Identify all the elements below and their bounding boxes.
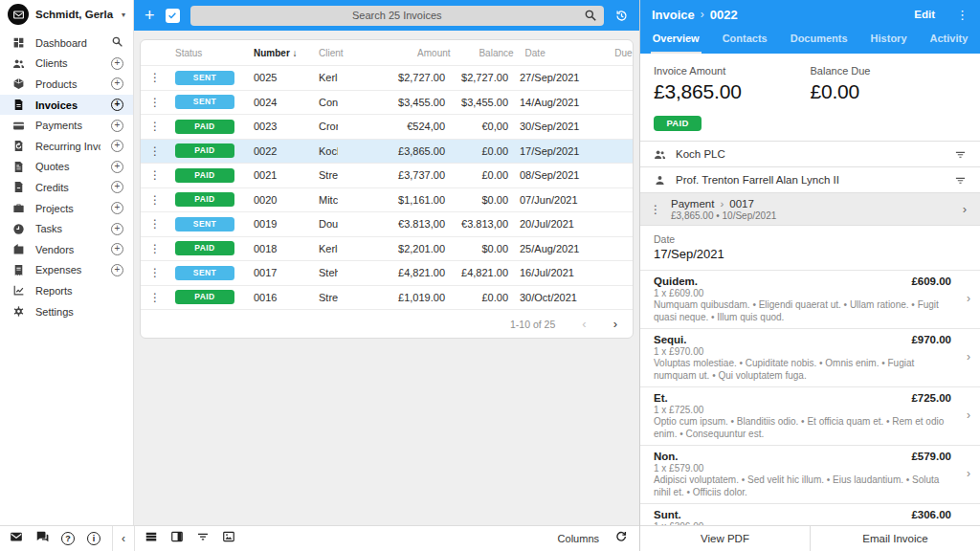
columns-button[interactable]: Columns bbox=[558, 533, 599, 544]
quick-add-icon[interactable]: + bbox=[111, 161, 123, 173]
row-menu-icon[interactable]: ⋮ bbox=[141, 168, 169, 182]
tab-history[interactable]: History bbox=[869, 29, 909, 54]
invoice-row-0017[interactable]: ⋮SENT0017Stehr, Murphy and Bahringer£4,8… bbox=[141, 260, 633, 285]
invoice-date: 08/Sep/2021 bbox=[514, 169, 604, 181]
payment-row[interactable]: ⋮ Payment › 0017 £3,865.00 • 10/Sep/2021… bbox=[640, 192, 980, 225]
quick-add-icon[interactable]: + bbox=[111, 243, 123, 255]
row-menu-icon[interactable]: ⋮ bbox=[141, 217, 169, 231]
previous-page-icon[interactable]: ‹ bbox=[582, 317, 586, 331]
quick-add-icon[interactable]: + bbox=[111, 181, 123, 193]
quick-add-icon[interactable]: + bbox=[111, 77, 123, 90]
refresh-icon[interactable] bbox=[614, 530, 628, 547]
tab-documents[interactable]: Documents bbox=[789, 29, 850, 54]
invoice-row-0023[interactable]: ⋮PAID0023Cronin-Hodkiewicz€524,00€0,0030… bbox=[141, 114, 633, 139]
search-icon[interactable] bbox=[584, 9, 597, 26]
sidebar-item-clients[interactable]: Clients+ bbox=[0, 54, 133, 75]
row-menu-icon[interactable]: ⋮ bbox=[141, 71, 169, 84]
quick-add-icon[interactable]: + bbox=[111, 202, 123, 214]
invoice-row-0021[interactable]: ⋮PAID0021Streich, Dickinson and Jaskolsk… bbox=[141, 163, 633, 187]
list-view-icon[interactable] bbox=[145, 530, 158, 547]
quick-add-icon[interactable]: + bbox=[111, 99, 123, 111]
row-menu-icon[interactable]: ⋮ bbox=[141, 120, 169, 133]
select-all-checkbox[interactable] bbox=[166, 9, 180, 23]
sidebar-item-payments[interactable]: Payments+ bbox=[0, 115, 133, 136]
row-menu-icon[interactable]: ⋮ bbox=[141, 144, 169, 158]
email-invoice-button[interactable]: Email Invoice bbox=[810, 526, 980, 551]
line-item[interactable]: Sunt.£306.001 x £306.00Amet velit dolore… bbox=[640, 503, 980, 525]
invoice-row-0018[interactable]: ⋮PAID0018Kerluke-Abshire$2,201.00$0.0025… bbox=[141, 236, 633, 261]
sidebar-item-quotes[interactable]: Quotes+ bbox=[0, 157, 133, 178]
filter-icon[interactable] bbox=[196, 530, 210, 547]
line-item[interactable]: Non.£579.001 x £579.00Adipisci voluptate… bbox=[640, 445, 980, 503]
detail-menu-icon[interactable]: ⋮ bbox=[956, 8, 969, 22]
quick-add-icon[interactable]: + bbox=[111, 120, 123, 132]
invoice-row-0020[interactable]: ⋮PAID0020Mitchell, Kutch and Durgan$1,16… bbox=[141, 187, 633, 212]
email-icon[interactable] bbox=[10, 530, 23, 547]
sidebar-item-reports[interactable]: Reports bbox=[0, 280, 133, 301]
view-pdf-button[interactable]: View PDF bbox=[640, 526, 810, 551]
quick-add-icon[interactable]: + bbox=[111, 264, 123, 276]
invoice-row-0019[interactable]: ⋮SENT0019Douglas and Sons€3.813,00€3.813… bbox=[141, 211, 633, 236]
contact-row[interactable]: Prof. Trenton Farrell Alan Lynch II bbox=[640, 166, 980, 192]
invoice-row-0024[interactable]: ⋮SENT0024Conn-Rogahn$3,455.00$3,455.0014… bbox=[141, 90, 633, 115]
filter-list-icon[interactable] bbox=[954, 148, 967, 161]
tab-contacts[interactable]: Contacts bbox=[721, 29, 769, 54]
sidebar-item-products[interactable]: Products+ bbox=[0, 74, 133, 95]
quick-add-icon[interactable]: + bbox=[111, 57, 123, 70]
filter-list-icon[interactable] bbox=[954, 174, 967, 187]
sidebar-item-settings[interactable]: Settings bbox=[0, 301, 133, 322]
invoice-row-0022[interactable]: ⋮PAID0022Koch PLC£3,865.00£0.0017/Sep/20… bbox=[141, 139, 633, 164]
tab-overview[interactable]: Overview bbox=[651, 29, 702, 54]
column-header-status[interactable]: Status bbox=[169, 48, 250, 58]
new-invoice-button[interactable]: + bbox=[145, 7, 155, 24]
info-icon[interactable]: i bbox=[87, 532, 100, 545]
image-view-icon[interactable] bbox=[222, 530, 235, 547]
row-menu-icon[interactable]: ⋮ bbox=[141, 242, 169, 255]
row-menu-icon[interactable]: ⋮ bbox=[141, 266, 169, 279]
row-menu-icon[interactable]: ⋮ bbox=[141, 96, 169, 109]
search-input[interactable] bbox=[190, 6, 604, 26]
search-icon[interactable] bbox=[111, 35, 123, 50]
edit-button[interactable]: Edit bbox=[914, 9, 935, 20]
row-menu-icon[interactable]: ⋮ bbox=[141, 193, 169, 207]
next-page-icon[interactable]: › bbox=[613, 317, 617, 331]
column-header-number[interactable]: Number ↓ bbox=[250, 48, 315, 58]
tab-activity[interactable]: Activity bbox=[928, 29, 970, 54]
column-header-balance[interactable]: Balance bbox=[457, 48, 520, 58]
collapse-sidebar-icon[interactable]: ‹ bbox=[113, 532, 134, 545]
invoice-date: 16/Jul/2021 bbox=[514, 267, 604, 278]
sidebar-item-credits[interactable]: Credits+ bbox=[0, 177, 133, 198]
user-menu[interactable]: Schmidt, Gerla ▾ bbox=[0, 0, 133, 29]
chevron-down-icon: ▾ bbox=[122, 11, 125, 19]
sidebar-item-expenses[interactable]: Expenses+ bbox=[0, 260, 133, 281]
invoice-row-0025[interactable]: ⋮SENT0025Kerluke-Abshire$2,727.00$2,727.… bbox=[141, 65, 633, 90]
column-header-due[interactable]: Due bbox=[610, 48, 634, 58]
line-item[interactable]: Et.£725.001 x £725.00Optio cum ipsum. • … bbox=[640, 386, 980, 445]
history-icon[interactable] bbox=[614, 9, 629, 23]
quick-add-icon[interactable]: + bbox=[111, 223, 123, 235]
quick-add-icon[interactable]: + bbox=[111, 140, 123, 152]
sidebar-item-invoices[interactable]: Invoices+ bbox=[0, 95, 133, 116]
column-header-date[interactable]: Date bbox=[520, 48, 610, 58]
status-badge: PAID bbox=[175, 143, 234, 158]
sidebar-item-recurring-invoices[interactable]: Recurring Invoices+ bbox=[0, 136, 133, 157]
row-menu-icon[interactable]: ⋮ bbox=[141, 291, 169, 304]
chat-icon[interactable] bbox=[35, 530, 49, 547]
sidebar-item-dashboard[interactable]: Dashboard bbox=[0, 33, 133, 54]
help-icon[interactable]: ? bbox=[61, 532, 75, 545]
column-header-client[interactable]: Client bbox=[315, 48, 344, 58]
sidebar-item-tasks[interactable]: Tasks+ bbox=[0, 218, 133, 239]
invoice-row-0016[interactable]: ⋮PAID0016Streich, Dickinson and Jaskolsk… bbox=[141, 285, 633, 310]
sidebar-item-projects[interactable]: Projects+ bbox=[0, 198, 133, 219]
line-item[interactable]: Quidem.£609.001 x £609.00Numquam quibusd… bbox=[640, 270, 980, 328]
line-item[interactable]: Sequi.£970.001 x £970.00Voluptas molesti… bbox=[640, 328, 980, 386]
split-view-icon[interactable] bbox=[170, 530, 184, 547]
column-header-amount[interactable]: Amount bbox=[344, 48, 457, 58]
payment-menu-icon[interactable]: ⋮ bbox=[650, 203, 661, 216]
client-row[interactable]: Koch PLC bbox=[640, 141, 980, 166]
table-body: ⋮SENT0025Kerluke-Abshire$2,727.00$2,727.… bbox=[141, 65, 633, 309]
client-name: Mitchell, Kutch and Durgan bbox=[315, 194, 338, 206]
sidebar-item-vendors[interactable]: Vendors+ bbox=[0, 239, 133, 260]
status-badge: PAID bbox=[175, 120, 234, 134]
invoice-table-area: Status Number ↓ Client Amount Balance Da… bbox=[134, 31, 639, 525]
